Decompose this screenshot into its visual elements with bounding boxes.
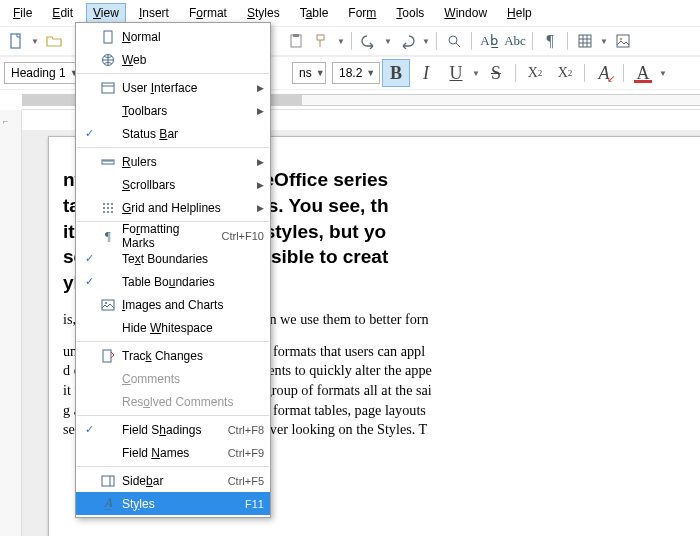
- svg-rect-0: [11, 34, 20, 48]
- font-name-dropdown-tail[interactable]: ns ▼: [292, 62, 326, 84]
- track-icon: [100, 348, 116, 364]
- check-icon: [82, 474, 96, 488]
- redo-dropdown-icon[interactable]: ▼: [421, 29, 431, 53]
- submenu-arrow-icon: ▶: [257, 106, 264, 116]
- font-size-select[interactable]: 18.2 ▼: [332, 62, 380, 84]
- svg-point-18: [103, 211, 105, 213]
- table-dropdown-icon[interactable]: ▼: [599, 29, 609, 53]
- menu-separator: [77, 466, 269, 467]
- table-button[interactable]: [573, 29, 597, 53]
- paste-button[interactable]: [284, 29, 308, 53]
- menuitem-field-shadings[interactable]: ✓Field ShadingsCtrl+F8: [76, 418, 270, 441]
- svg-rect-5: [579, 35, 591, 47]
- submenu-arrow-icon: ▶: [257, 83, 264, 93]
- svg-point-4: [449, 36, 457, 44]
- menuitem-formatting-marks[interactable]: ¶Formatting MarksCtrl+F10: [76, 224, 270, 247]
- new-doc-button[interactable]: [4, 29, 28, 53]
- subscript-button[interactable]: X2: [551, 59, 579, 87]
- menuitem-toolbars[interactable]: Toolbars▶: [76, 99, 270, 122]
- menuitem-table-boundaries[interactable]: ✓Table Boundaries: [76, 270, 270, 293]
- menu-tools[interactable]: Tools: [389, 3, 431, 23]
- chevron-down-icon: ▼: [316, 68, 325, 78]
- menuitem-text-boundaries[interactable]: ✓Text Boundaries: [76, 247, 270, 270]
- menuitem-label: Scrollbars: [122, 178, 251, 192]
- svg-point-22: [105, 302, 107, 304]
- menuitem-status-bar[interactable]: ✓Status Bar: [76, 122, 270, 145]
- menuitem-normal[interactable]: Normal: [76, 25, 270, 48]
- clear-formatting-button[interactable]: A↙: [590, 59, 618, 87]
- autospell-button[interactable]: Abc: [503, 29, 527, 53]
- svg-point-15: [103, 207, 105, 209]
- blank-icon: [100, 394, 116, 410]
- menu-form[interactable]: Form: [341, 3, 383, 23]
- menuitem-label: Field Names: [122, 446, 220, 460]
- font-color-button[interactable]: A: [629, 59, 657, 87]
- pilcrow-icon: ¶: [100, 228, 116, 244]
- menu-window[interactable]: Window: [437, 3, 494, 23]
- menuitem-label: Text Boundaries: [122, 252, 264, 266]
- fontcolor-dropdown-icon[interactable]: ▼: [659, 69, 667, 78]
- menuitem-field-names[interactable]: Field NamesCtrl+F9: [76, 441, 270, 464]
- menuitem-grid-and-helplines[interactable]: Grid and Helplines▶: [76, 196, 270, 219]
- svg-point-7: [620, 38, 623, 41]
- image-button[interactable]: [611, 29, 635, 53]
- blank-icon: [100, 251, 116, 267]
- menu-table[interactable]: Table: [293, 3, 336, 23]
- redo-button[interactable]: [395, 29, 419, 53]
- menuitem-rulers[interactable]: Rulers▶: [76, 150, 270, 173]
- menuitem-images-and-charts[interactable]: Images and Charts: [76, 293, 270, 316]
- superscript-button[interactable]: X2: [521, 59, 549, 87]
- blank-icon: [100, 422, 116, 438]
- strikethrough-button[interactable]: S: [482, 59, 510, 87]
- undo-dropdown-icon[interactable]: ▼: [383, 29, 393, 53]
- check-icon: [82, 30, 96, 44]
- svg-point-20: [111, 211, 113, 213]
- check-icon: ✓: [82, 127, 96, 141]
- vertical-ruler[interactable]: ⌐: [0, 110, 22, 536]
- clone-format-button[interactable]: [310, 29, 334, 53]
- check-icon: [82, 81, 96, 95]
- ruler-icon: [100, 154, 116, 170]
- separator: [351, 32, 352, 50]
- clone-dropdown-icon[interactable]: ▼: [336, 29, 346, 53]
- menu-insert[interactable]: Insert: [132, 3, 176, 23]
- menuitem-comments: Comments: [76, 367, 270, 390]
- menu-view[interactable]: View: [86, 3, 126, 23]
- italic-button[interactable]: I: [412, 59, 440, 87]
- separator: [515, 64, 516, 82]
- svg-rect-8: [104, 31, 112, 43]
- check-icon: [82, 372, 96, 386]
- svg-rect-3: [317, 35, 324, 40]
- underline-button[interactable]: U: [442, 59, 470, 87]
- menuitem-label: Toolbars: [122, 104, 251, 118]
- svg-rect-2: [293, 34, 299, 37]
- spellcheck-button[interactable]: Ab̲: [477, 29, 501, 53]
- menuitem-resolved-comments: Resolved Comments: [76, 390, 270, 413]
- undo-button[interactable]: [357, 29, 381, 53]
- menuitem-styles[interactable]: A̲StylesF11: [76, 492, 270, 515]
- menu-help[interactable]: Help: [500, 3, 539, 23]
- check-icon: [82, 298, 96, 312]
- submenu-arrow-icon: ▶: [257, 203, 264, 213]
- menuitem-user-interface[interactable]: User Interface▶: [76, 76, 270, 99]
- find-button[interactable]: [442, 29, 466, 53]
- svg-point-17: [111, 207, 113, 209]
- separator: [471, 32, 472, 50]
- menuitem-track-changes[interactable]: Track Changes: [76, 344, 270, 367]
- bold-button[interactable]: B: [382, 59, 410, 87]
- menuitem-web[interactable]: Web: [76, 48, 270, 71]
- menu-edit[interactable]: Edit: [45, 3, 80, 23]
- menuitem-sidebar[interactable]: SidebarCtrl+F5: [76, 469, 270, 492]
- menu-format[interactable]: Format: [182, 3, 234, 23]
- check-icon: ✓: [82, 423, 96, 437]
- accelerator: Ctrl+F8: [228, 424, 264, 436]
- formatting-marks-button[interactable]: ¶: [538, 29, 562, 53]
- underline-dropdown-icon[interactable]: ▼: [472, 69, 480, 78]
- menuitem-scrollbars[interactable]: Scrollbars▶: [76, 173, 270, 196]
- menuitem-hide-whitespace[interactable]: Hide Whitespace: [76, 316, 270, 339]
- dropdown-arrow-icon[interactable]: ▼: [30, 29, 40, 53]
- open-button[interactable]: [42, 29, 66, 53]
- check-icon: ✓: [82, 252, 96, 266]
- menu-styles[interactable]: Styles: [240, 3, 287, 23]
- menu-file[interactable]: File: [6, 3, 39, 23]
